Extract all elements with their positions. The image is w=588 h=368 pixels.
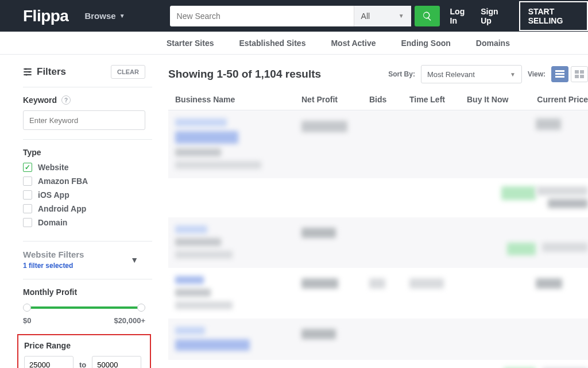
list-icon	[555, 70, 564, 78]
table-row[interactable]	[168, 268, 588, 319]
sort-and-view: Sort By: Most Relevant ▼ View:	[388, 65, 588, 83]
svg-rect-7	[580, 70, 584, 74]
checkbox-icon	[23, 204, 32, 213]
sort-value: Most Relevant	[427, 70, 475, 79]
website-filters-count: 1 filter selected	[23, 262, 84, 270]
col-net-profit[interactable]: Net Profit	[301, 95, 369, 104]
chevron-down-icon: ▼	[119, 13, 125, 19]
monthly-profit-label: Monthly Profit	[23, 288, 145, 297]
chevron-down-icon: ▼	[130, 255, 138, 264]
tab-starter-sites[interactable]: Starter Sites	[167, 39, 214, 48]
svg-rect-3	[555, 70, 564, 72]
col-current-price[interactable]: Current Price	[536, 95, 588, 104]
svg-rect-6	[575, 70, 579, 74]
monthly-profit-slider[interactable]	[23, 302, 145, 313]
tab-established-sites[interactable]: Established Sites	[239, 39, 305, 48]
checkbox-website[interactable]: Website	[23, 163, 145, 172]
search-input[interactable]	[170, 6, 354, 26]
filter-section-website-filters: Website Filters 1 filter selected ▼	[23, 241, 152, 279]
table-row[interactable]	[168, 217, 588, 268]
main-area: Filters CLEAR Keyword ? Type Website Ama…	[0, 55, 588, 368]
svg-point-2	[25, 74, 27, 75]
checkbox-amazon-fba[interactable]: Amazon FBA	[23, 177, 145, 186]
svg-rect-9	[580, 75, 584, 78]
checkbox-ios-app[interactable]: iOS App	[23, 190, 145, 200]
sort-select[interactable]: Most Relevant ▼	[421, 65, 522, 83]
view-buttons	[551, 66, 588, 82]
chevron-down-icon: ▼	[399, 13, 404, 19]
browse-menu[interactable]: Browse ▼	[84, 11, 125, 21]
col-bids[interactable]: Bids	[369, 95, 409, 104]
col-buy-it-now[interactable]: Buy It Now	[467, 95, 536, 104]
help-icon[interactable]: ?	[61, 95, 71, 105]
keyword-input[interactable]	[23, 110, 145, 130]
results-header: Showing 1-50 of 1,104 results Sort By: M…	[168, 65, 588, 83]
search-category-select[interactable]: All ▼	[354, 6, 411, 26]
login-link[interactable]: Log In	[450, 7, 470, 25]
checkbox-icon	[23, 190, 32, 200]
slider-handle-min[interactable]	[23, 304, 31, 312]
search-bar: All ▼	[170, 6, 440, 26]
filters-header: Filters CLEAR	[23, 65, 152, 79]
logo[interactable]: Flippa	[23, 7, 68, 25]
category-nav: Starter Sites Established Sites Most Act…	[0, 32, 588, 55]
slider-min-label: $0	[23, 316, 31, 325]
table-row[interactable]	[168, 319, 588, 360]
price-range-label: Price Range	[24, 341, 144, 350]
filter-section-monthly-profit: Monthly Profit $0 $20,000+	[23, 279, 152, 334]
table-row[interactable]	[168, 110, 588, 178]
filter-section-price-range: Price Range to	[17, 334, 151, 368]
search-icon	[422, 11, 432, 21]
price-range-inputs: to	[24, 356, 144, 368]
svg-point-1	[28, 71, 30, 72]
slider-track	[26, 306, 142, 309]
checkbox-icon	[23, 218, 32, 227]
sort-by-label: Sort By:	[388, 70, 415, 78]
svg-rect-5	[555, 76, 564, 78]
tab-ending-soon[interactable]: Ending Soon	[401, 39, 450, 48]
slider-handle-max[interactable]	[137, 304, 145, 312]
price-max-input[interactable]	[92, 356, 141, 368]
checkbox-icon	[23, 163, 32, 172]
filter-section-keyword: Keyword ?	[23, 87, 152, 139]
slider-labels: $0 $20,000+	[23, 316, 145, 325]
website-filters-title: Website Filters	[23, 250, 84, 259]
table-row[interactable]	[168, 360, 588, 368]
table-row[interactable]	[168, 178, 588, 217]
view-grid-button[interactable]	[571, 66, 588, 82]
signup-link[interactable]: Sign Up	[481, 7, 505, 25]
slider-max-label: $20,000+	[114, 316, 145, 325]
svg-rect-4	[555, 73, 564, 75]
search-button[interactable]	[415, 6, 440, 26]
results-content: Showing 1-50 of 1,104 results Sort By: M…	[152, 55, 588, 368]
website-filters-toggle[interactable]: Website Filters 1 filter selected ▼	[23, 250, 145, 270]
price-min-input[interactable]	[24, 356, 74, 368]
filters-title: Filters	[23, 66, 66, 78]
results-rows	[168, 110, 588, 368]
clear-filters-button[interactable]: CLEAR	[111, 65, 145, 79]
keyword-label: Keyword ?	[23, 95, 145, 105]
view-label: View:	[528, 70, 546, 78]
filter-section-type: Type Website Amazon FBA iOS App Android …	[23, 139, 152, 241]
top-right-links: Log In Sign Up START SELLING	[450, 1, 588, 31]
checkbox-domain[interactable]: Domain	[23, 218, 145, 227]
tab-most-active[interactable]: Most Active	[331, 39, 376, 48]
tab-domains[interactable]: Domains	[476, 39, 510, 48]
top-bar: Flippa Browse ▼ All ▼ Log In Sign Up STA…	[0, 0, 588, 32]
svg-rect-8	[575, 75, 579, 78]
browse-label: Browse	[84, 11, 115, 21]
filters-icon	[23, 67, 32, 76]
checkbox-icon	[23, 177, 32, 186]
filters-sidebar: Filters CLEAR Keyword ? Type Website Ama…	[0, 55, 152, 368]
col-business-name[interactable]: Business Name	[168, 95, 301, 104]
search-category-value: All	[361, 12, 370, 21]
svg-point-0	[25, 68, 26, 70]
results-table-header: Business Name Net Profit Bids Time Left …	[168, 95, 588, 110]
checkbox-android-app[interactable]: Android App	[23, 204, 145, 213]
results-count: Showing 1-50 of 1,104 results	[168, 68, 321, 80]
view-list-button[interactable]	[551, 66, 568, 82]
col-time-left[interactable]: Time Left	[409, 95, 467, 104]
chevron-down-icon: ▼	[510, 71, 516, 78]
start-selling-button[interactable]: START SELLING	[519, 1, 588, 31]
type-label: Type	[23, 148, 145, 157]
